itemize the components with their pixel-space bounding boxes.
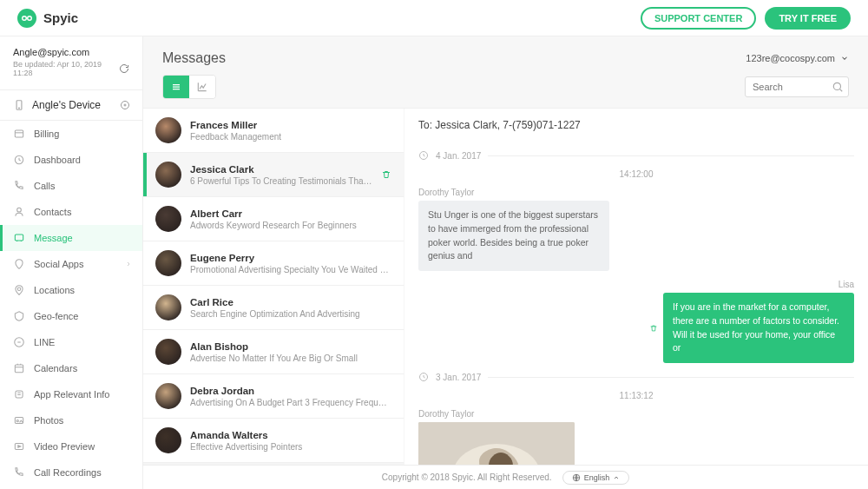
nav-item-dashboard[interactable]: Dashboard (0, 147, 142, 173)
nav-icon (13, 284, 25, 296)
thread-list: Frances MillerFeedback ManagementJessica… (143, 109, 404, 489)
nav-item-record-surround[interactable]: Record Surround (0, 486, 142, 489)
avatar (155, 294, 181, 320)
target-account-dropdown[interactable]: 123re@cocospy.com (746, 53, 849, 63)
nav-item-calendars[interactable]: Calendars (0, 355, 142, 381)
sender-name: Dorothy Taylor (418, 409, 854, 419)
thread-preview: Search Engine Optimization And Advertisi… (190, 309, 391, 319)
nav-label: Social Apps (34, 259, 83, 269)
clock-icon (418, 372, 429, 382)
nav-list: BillingDashboardCallsContactsMessageSoci… (0, 121, 142, 489)
thread-item[interactable]: Carl RiceSearch Engine Optimization And … (143, 286, 404, 330)
thread-item[interactable]: Debra JordanAdvertising On A Budget Part… (143, 374, 404, 419)
nav-item-calls[interactable]: Calls (0, 173, 142, 199)
thread-name: Jessica Clark (190, 164, 372, 175)
try-free-button[interactable]: TRY IT FREE (765, 7, 851, 30)
list-view-button[interactable] (163, 76, 189, 98)
nav-item-line[interactable]: LINE (0, 329, 142, 355)
brand-logo: Spyic (17, 9, 78, 28)
avatar (155, 117, 181, 143)
svg-point-0 (23, 16, 27, 20)
avatar (155, 383, 181, 409)
thread-item[interactable]: Jessica Clark6 Powerful Tips To Creating… (143, 153, 404, 197)
device-selector[interactable]: Angle's Device (0, 89, 142, 121)
chevron-up-icon (613, 474, 620, 481)
nav-item-call-recordings[interactable]: Call Recordings (0, 459, 142, 486)
time-label: 14:12:00 (418, 169, 854, 179)
support-center-button[interactable]: SUPPORT CENTER (641, 7, 756, 30)
thread-item[interactable]: Frances MillerFeedback Management (143, 109, 404, 153)
date-divider: 3 Jan. 2017 (418, 372, 854, 382)
svg-point-7 (17, 208, 22, 212)
avatar (155, 162, 181, 188)
nav-item-app-relevant-info[interactable]: App Relevant Info (0, 381, 142, 407)
thread-name: Albert Carr (190, 208, 391, 219)
nav-item-contacts[interactable]: Contacts (0, 199, 142, 225)
language-selector[interactable]: English (562, 471, 630, 485)
nav-icon (13, 466, 25, 479)
thread-item[interactable]: Amanda WaltersEffective Advertising Poin… (143, 419, 404, 463)
brand-name: Spyic (43, 10, 78, 25)
nav-label: Billing (34, 129, 59, 139)
thread-item[interactable]: Eugene PerryPromotional Advertising Spec… (143, 241, 404, 286)
svg-point-1 (28, 16, 32, 20)
nav-icon (13, 388, 25, 400)
thread-preview: Advertise No Matter If You Are Big Or Sm… (190, 354, 391, 363)
search-icon[interactable] (832, 81, 844, 93)
thread-preview: Effective Advertising Pointers (190, 442, 391, 452)
nav-label: Calendars (34, 363, 77, 373)
nav-icon (13, 362, 25, 374)
nav-label: Contacts (34, 207, 71, 217)
svg-point-9 (17, 287, 21, 291)
nav-item-billing[interactable]: Billing (0, 121, 142, 147)
nav-label: Dashboard (34, 155, 81, 165)
sender-name: Dorothy Taylor (418, 188, 854, 197)
thread-preview: Adwords Keyword Research For Beginners (190, 221, 391, 230)
clock-icon (418, 150, 429, 161)
svg-rect-8 (15, 235, 23, 241)
footer: Copyright © 2018 Spyic. All Right Reserv… (143, 465, 868, 489)
nav-icon (13, 440, 25, 453)
nav-icon (13, 180, 25, 192)
nav-label: Calls (34, 181, 55, 191)
nav-item-social-apps[interactable]: Social Apps (0, 251, 142, 277)
nav-icon (13, 258, 25, 270)
nav-icon (13, 128, 25, 140)
svg-point-20 (833, 83, 840, 89)
nav-icon (13, 154, 25, 166)
message-bubble: If you are in the market for a computer,… (663, 293, 854, 363)
thread-item[interactable]: Albert CarrAdwords Keyword Research For … (143, 197, 404, 241)
thread-item[interactable]: Alan BishopAdvertise No Matter If You Ar… (143, 330, 404, 374)
main-content: Messages 123re@cocospy.com (143, 36, 868, 489)
thread-name: Frances Miller (190, 120, 391, 130)
thread-name: Carl Rice (190, 297, 391, 307)
message-bubble: Stu Unger is one of the biggest supersta… (418, 201, 609, 271)
nav-item-photos[interactable]: Photos (0, 407, 142, 433)
chart-view-button[interactable] (189, 76, 215, 98)
nav-icon (13, 414, 25, 426)
search-box (745, 76, 849, 97)
nav-item-video-preview[interactable]: Video Preview (0, 433, 142, 459)
svg-rect-12 (16, 391, 23, 398)
nav-label: LINE (34, 337, 55, 347)
trash-icon[interactable] (649, 323, 658, 334)
nav-item-locations[interactable]: Locations (0, 277, 142, 303)
sender-name: Lisa (418, 280, 854, 289)
copyright: Copyright © 2018 Spyic. All Right Reserv… (382, 472, 552, 482)
svg-point-14 (16, 420, 18, 421)
chat-recipient: To: Jessica Clark, 7-(759)071-1227 (404, 109, 868, 142)
nav-item-geo-fence[interactable]: Geo-fence (0, 303, 142, 329)
trash-icon[interactable] (381, 169, 391, 181)
nav-label: Video Preview (34, 441, 95, 452)
thread-preview: 6 Powerful Tips To Creating Testimonials… (190, 176, 372, 186)
svg-rect-11 (15, 365, 23, 373)
nav-item-message[interactable]: Message (0, 225, 142, 251)
refresh-icon[interactable] (119, 63, 129, 74)
thread-preview: Feedback Management (190, 132, 391, 142)
nav-label: Call Recordings (34, 467, 102, 478)
svg-point-3 (19, 108, 20, 109)
device-icon (13, 99, 25, 111)
avatar (155, 206, 181, 232)
avatar (155, 339, 181, 365)
avatar (155, 250, 181, 276)
